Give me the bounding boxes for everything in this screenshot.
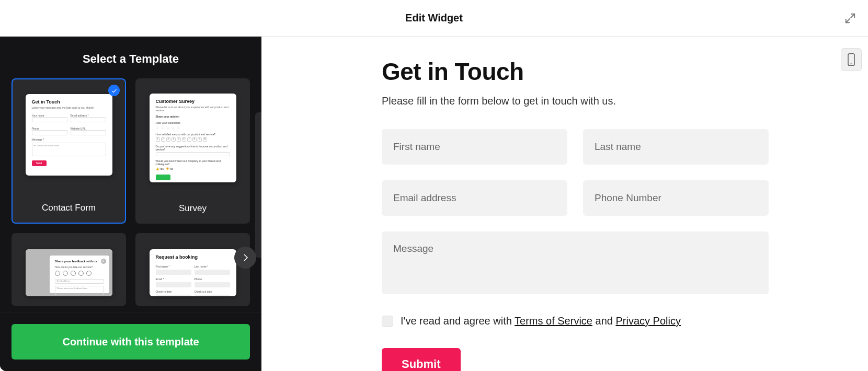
template-caption: Contact Form [42, 203, 96, 213]
sidebar-footer: Continue with this template [0, 312, 261, 371]
phone-input[interactable] [583, 180, 769, 216]
next-templates-button[interactable] [234, 247, 256, 269]
close-icon: × [101, 259, 106, 264]
form-description: Please fill in the form below to get in … [382, 95, 769, 107]
template-card-peek [255, 112, 261, 258]
consent-row: I've read and agree with Terms of Servic… [382, 315, 769, 327]
consent-checkbox[interactable] [382, 316, 393, 327]
template-thumbnail: × Share your feedback with us How would … [26, 249, 112, 296]
terms-link[interactable]: Terms of Service [515, 315, 592, 327]
continue-button[interactable]: Continue with this template [12, 324, 250, 360]
first-name-input[interactable] [382, 129, 567, 165]
template-card-feedback[interactable]: × Share your feedback with us How would … [12, 233, 126, 306]
chevron-right-icon [241, 253, 250, 262]
preview-panel: Get in Touch Please fill in the form bel… [261, 37, 868, 371]
templates-grid: Get in Touch Leave your message and we'l… [12, 78, 250, 306]
privacy-link[interactable]: Privacy Policy [615, 315, 680, 327]
modal-title: Edit Widget [405, 12, 463, 24]
message-input[interactable] [382, 231, 769, 294]
smartphone-icon [847, 53, 856, 66]
form-preview: Get in Touch Please fill in the form bel… [361, 37, 790, 371]
template-card-survey[interactable]: Customer Survey Please let us know about… [135, 78, 250, 224]
mobile-preview-toggle[interactable] [841, 48, 862, 71]
expand-icon[interactable] [843, 11, 858, 26]
template-thumbnail: Customer Survey Please let us know about… [150, 94, 236, 182]
template-caption: Survey [179, 203, 207, 214]
last-name-input[interactable] [583, 129, 769, 165]
check-icon [108, 85, 120, 96]
template-thumbnail: Request a booking First name * Last name… [150, 249, 236, 296]
email-input[interactable] [382, 180, 567, 216]
modal-header: Edit Widget [0, 0, 868, 37]
submit-button[interactable]: Submit [382, 348, 461, 371]
template-sidebar: Select a Template Get in Touch Leave you… [0, 37, 261, 371]
form-title: Get in Touch [382, 57, 769, 86]
consent-text: I've read and agree with Terms of Servic… [401, 315, 681, 327]
sidebar-title: Select a Template [12, 37, 250, 78]
template-thumbnail: Get in Touch Leave your message and we'l… [26, 94, 112, 176]
template-card-contact-form[interactable]: Get in Touch Leave your message and we'l… [12, 78, 126, 224]
template-card-booking[interactable]: Request a booking First name * Last name… [135, 233, 250, 306]
